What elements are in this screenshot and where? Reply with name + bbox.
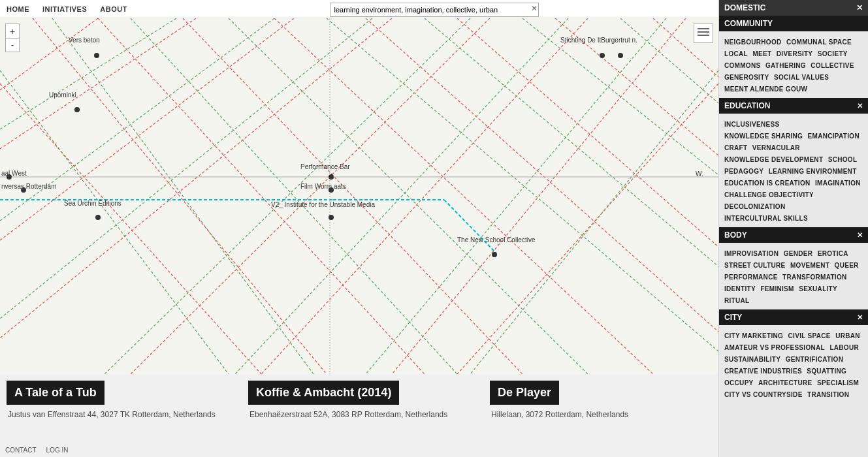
nav-about[interactable]: ABOUT	[100, 5, 127, 13]
svg-line-7	[274, 18, 653, 374]
tag-erotica[interactable]: EROTICA	[818, 250, 848, 257]
tag-queer[interactable]: QUEER	[835, 262, 859, 269]
dot-upominki	[74, 107, 80, 112]
svg-line-31	[104, 18, 470, 374]
card-address-koffie: Ebenhaëzerstraat 52A, 3083 RP Rotterdam,…	[248, 410, 483, 419]
svg-line-4	[33, 18, 327, 374]
tag-inclusiveness[interactable]: INCLUSIVENESS	[724, 121, 779, 128]
nav-initiatives[interactable]: INITIATIVES	[42, 5, 87, 13]
city-label: CITY	[724, 313, 742, 322]
tag-specialism[interactable]: SPECIALISM	[817, 379, 859, 386]
education-header[interactable]: EDUCATION ✕	[719, 98, 868, 114]
tag-civil-space[interactable]: CIVIL SPACE	[788, 332, 831, 339]
footer-contact[interactable]: CONTACT	[5, 447, 37, 454]
tag-vernacular[interactable]: VERNACULAR	[752, 144, 800, 151]
tag-challenge-obj[interactable]: CHALLENGE OBJECTIVITY	[724, 191, 814, 198]
body-close[interactable]: ✕	[857, 231, 863, 240]
tag-emancipation[interactable]: EMANCIPATION	[808, 133, 860, 140]
city-close[interactable]: ✕	[857, 313, 863, 322]
body-header[interactable]: BODY ✕	[719, 227, 868, 243]
tag-improvisation[interactable]: IMPROVISATION	[724, 250, 779, 257]
card-address-player: Hillelaan, 3072 Rotterdam, Netherlands	[490, 410, 725, 419]
tag-generosity[interactable]: GENEROSITY	[724, 74, 769, 81]
tag-collective[interactable]: COLLECTIVE	[811, 62, 854, 69]
search-clear-button[interactable]: ✕	[531, 4, 538, 13]
svg-rect-1	[698, 31, 709, 33]
tag-identity[interactable]: IDENTITY	[724, 285, 756, 292]
tag-neighbourhood[interactable]: NEIGBOURHOOD	[724, 39, 782, 46]
svg-line-28	[470, 71, 718, 374]
tag-city-vs-countryside[interactable]: CITY VS COUNTRYSIDE	[724, 391, 803, 398]
community-label: COMMUNITY	[724, 19, 773, 28]
search-input[interactable]	[330, 3, 539, 17]
community-header[interactable]: COMMUNITY	[719, 16, 868, 31]
section-city: CITY ✕ CITY MARKETING CIVIL SPACE URBAN …	[719, 309, 868, 403]
zoom-in-button[interactable]: +	[5, 24, 20, 38]
tag-occupy[interactable]: OCCUPY	[724, 379, 754, 386]
tag-transition[interactable]: TRANSITION	[807, 391, 849, 398]
card-de-player[interactable]: De Player Hillelaan, 3072 Rotterdam, Net…	[490, 381, 725, 450]
tag-creative-industries[interactable]: CREATIVE INDUSTRIES	[724, 368, 802, 375]
tag-squatting[interactable]: SQUATTING	[807, 368, 846, 375]
tag-local[interactable]: LOCAL	[724, 50, 748, 57]
tag-ritual[interactable]: RITUAL	[724, 297, 749, 304]
tag-labour[interactable]: LABOUR	[829, 344, 859, 351]
map-area[interactable]: + -	[0, 18, 718, 374]
dot-stichting-1	[600, 53, 605, 58]
tag-sustainability[interactable]: SUSTAINABILITY	[724, 356, 780, 363]
tag-architecture[interactable]: ARCHITECTURE	[758, 379, 812, 386]
card-tale-of-tub[interactable]: A Tale of a Tub Justus van Effenstraat 4…	[7, 381, 242, 450]
tag-meent[interactable]: MEENT ALMENDE GOUW	[724, 86, 807, 93]
zoom-out-button[interactable]: -	[5, 38, 20, 52]
tag-feminism[interactable]: FEMINISM	[760, 285, 794, 292]
tag-transformation[interactable]: TRANSFORMATION	[782, 274, 846, 281]
svg-line-26	[522, 18, 718, 175]
nav-home[interactable]: HOME	[7, 5, 29, 13]
tag-imagination[interactable]: IMAGINATION	[815, 180, 861, 187]
education-close[interactable]: ✕	[857, 102, 863, 110]
domestic-close[interactable]: ✕	[856, 3, 863, 12]
dot-new-school	[492, 252, 497, 257]
tag-meet[interactable]: MEET	[752, 50, 771, 57]
tag-knowledge-sharing[interactable]: KNOWLEDGE SHARING	[724, 133, 803, 140]
tag-knowledge-dev[interactable]: KNOWLEDGE DEVELOPMENT	[724, 156, 823, 163]
tag-urban[interactable]: URBAN	[835, 332, 860, 339]
tag-street-culture[interactable]: STREET CULTURE	[724, 262, 785, 269]
footer-login[interactable]: LOG IN	[46, 447, 69, 454]
dot-sea-urchin	[95, 215, 101, 220]
svg-line-30	[235, 18, 568, 374]
tag-edu-creation[interactable]: EDUCATION IS CREATION	[724, 180, 811, 187]
tag-gathering[interactable]: GATHERING	[765, 62, 806, 69]
tag-craft[interactable]: CRAFT	[724, 144, 747, 151]
tag-society[interactable]: SOCIETY	[818, 50, 848, 57]
section-education: EDUCATION ✕ INCLUSIVENESS KNOWLEDGE SHAR…	[719, 98, 868, 227]
tag-movement[interactable]: MOVEMENT	[790, 262, 829, 269]
tag-gentrification[interactable]: GENTRIFICATION	[786, 356, 843, 363]
tag-intercultural[interactable]: INTERCULTURAL SKILLS	[724, 215, 808, 222]
tag-learning-env[interactable]: LEARNING ENVIRONMENT	[769, 168, 857, 175]
tag-gender[interactable]: GENDER	[784, 250, 813, 257]
tag-city-marketing[interactable]: CITY MARKETING	[724, 332, 783, 339]
transit-map	[0, 18, 718, 374]
tag-performance[interactable]: PERFORMANCE	[724, 274, 778, 281]
svg-line-15	[131, 18, 490, 374]
section-community: COMMUNITY NEIGBOURHOOD COMMUNAL SPACE LO…	[719, 16, 868, 98]
layer-icon[interactable]	[694, 24, 713, 43]
dot-film-worm	[329, 187, 334, 193]
tag-social-values[interactable]: SOCIAL VALUES	[774, 74, 829, 81]
tag-diversity[interactable]: DIVERSITY	[777, 50, 813, 57]
domestic-header[interactable]: DOMESTIC ✕	[719, 0, 868, 16]
tag-sexuality[interactable]: SEXUALITY	[799, 285, 837, 292]
tag-school[interactable]: SCHOOL	[828, 156, 858, 163]
tag-communal-space[interactable]: COMMUNAL SPACE	[786, 39, 852, 46]
card-title-tale: A Tale of a Tub	[7, 381, 104, 405]
tag-amateur-vs-pro[interactable]: AMATEUR VS PROFESSIONAL	[724, 344, 825, 351]
tag-pedagogy[interactable]: PEDAGOGY	[724, 168, 764, 175]
svg-line-18	[0, 18, 196, 149]
city-header[interactable]: CITY ✕	[719, 309, 868, 325]
card-koffie[interactable]: Koffie & Ambacht (2014) Ebenhaëzerstraat…	[248, 381, 483, 450]
dot-vers-beton	[94, 53, 99, 58]
right-panel: DOMESTIC ✕ COMMUNITY NEIGBOURHOOD COMMUN…	[718, 0, 868, 457]
tag-decolonization[interactable]: DECOLONIZATION	[724, 203, 785, 210]
tag-commons[interactable]: COMMONS	[724, 62, 760, 69]
